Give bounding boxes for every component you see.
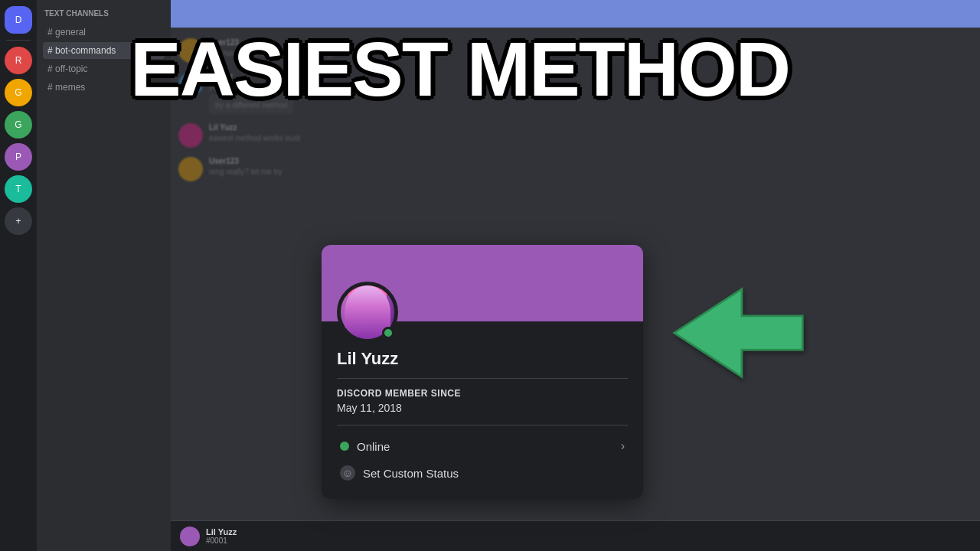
profile-card: </> Lil Yuzz DISCORD MEMBER SINCE May 11…	[322, 245, 643, 499]
member-since-date: May 11, 2018	[337, 402, 628, 414]
green-arrow	[658, 276, 812, 390]
bottom-avatar	[180, 527, 200, 546]
msg-text: omg really? let me try	[209, 167, 972, 178]
msg-text: easiest method works trust	[209, 133, 972, 144]
avatar-status-dot	[382, 327, 394, 339]
member-since-label: DISCORD MEMBER SINCE	[337, 388, 628, 399]
msg-avatar	[178, 123, 203, 148]
profile-body: Lil Yuzz DISCORD MEMBER SINCE May 11, 20…	[322, 321, 643, 499]
msg-avatar	[178, 157, 203, 181]
server-sidebar: D R G G P T +	[0, 0, 37, 551]
server-icon-3[interactable]: G	[5, 111, 32, 139]
bottom-user-info: Lil Yuzz #0001	[206, 527, 237, 545]
divider-2	[337, 425, 628, 425]
profile-username: Lil Yuzz	[337, 349, 628, 369]
custom-status-text: Set Custom Status	[363, 467, 459, 480]
top-bar	[171, 0, 980, 28]
server-icon-2[interactable]: G	[5, 79, 32, 106]
msg-content: User123 omg really? let me try	[209, 157, 972, 178]
server-icon-1[interactable]: R	[5, 47, 32, 74]
server-icon-discord[interactable]: D	[5, 6, 32, 34]
msg-username: Lil Yuzz	[209, 123, 972, 132]
server-icon-add[interactable]: +	[5, 207, 32, 235]
title-text: EASIEST METHOD	[130, 31, 789, 107]
avatar-wrapper	[337, 282, 398, 343]
bottom-tag: #0001	[206, 536, 237, 545]
message-row: User123 omg really? let me try	[178, 157, 972, 181]
chevron-right-icon: ›	[621, 439, 625, 453]
server-icon-5[interactable]: T	[5, 175, 32, 203]
bottom-bar: Lil Yuzz #0001	[171, 520, 980, 551]
msg-content: Lil Yuzz easiest method works trust	[209, 123, 972, 144]
status-indicator	[340, 442, 349, 451]
emoji-icon: ☺	[340, 465, 355, 481]
profile-banner	[322, 245, 643, 321]
message-row: Lil Yuzz easiest method works trust	[178, 123, 972, 148]
msg-username: User123	[209, 157, 972, 165]
status-text: Online	[357, 440, 390, 453]
divider-1	[337, 378, 628, 379]
status-left: Online	[340, 440, 390, 453]
channel-header: Text Channels	[43, 6, 165, 21]
custom-status-row[interactable]: ☺ Set Custom Status	[337, 459, 628, 487]
server-icon-4[interactable]: P	[5, 143, 32, 171]
bottom-username: Lil Yuzz	[206, 527, 237, 536]
status-row[interactable]: Online ›	[337, 433, 628, 459]
